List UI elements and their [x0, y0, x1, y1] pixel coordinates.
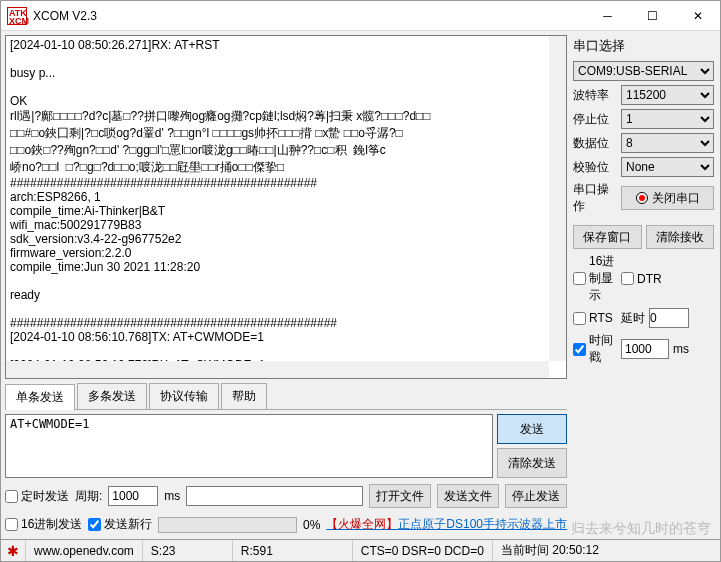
- send-input[interactable]: AT+CWMODE=1: [5, 414, 493, 478]
- timestamp-checkbox[interactable]: 时间戳: [573, 332, 617, 366]
- close-button[interactable]: ✕: [675, 1, 720, 31]
- tab-multi-send[interactable]: 多条发送: [77, 383, 147, 409]
- period-label: 周期:: [75, 488, 102, 505]
- baud-select[interactable]: 115200: [621, 85, 714, 105]
- baud-label: 波特率: [573, 87, 617, 104]
- port-select[interactable]: COM9:USB-SERIAL: [573, 61, 714, 81]
- maximize-button[interactable]: ☐: [630, 1, 675, 31]
- hex-send-checkbox[interactable]: 16进制发送: [5, 516, 82, 533]
- send-tabs: 单条发送 多条发送 协议传输 帮助: [5, 383, 567, 410]
- databit-select[interactable]: 8: [621, 133, 714, 153]
- clear-recv-button[interactable]: 清除接收: [646, 225, 715, 249]
- ms-label: ms: [164, 489, 180, 503]
- timed-send-checkbox[interactable]: 定时发送: [5, 488, 69, 505]
- receive-terminal[interactable]: [2024-01-10 08:50:26.271]RX: AT+RST busy…: [5, 35, 567, 379]
- open-file-button[interactable]: 打开文件: [369, 484, 431, 508]
- stopbit-label: 停止位: [573, 111, 617, 128]
- timestamp-input[interactable]: [621, 339, 669, 359]
- status-line: CTS=0 DSR=0 DCD=0: [352, 540, 492, 561]
- period-input[interactable]: [108, 486, 158, 506]
- parity-label: 校验位: [573, 159, 617, 176]
- rts-checkbox[interactable]: RTS: [573, 311, 617, 325]
- clear-send-button[interactable]: 清除发送: [497, 448, 567, 478]
- status-time: 当前时间 20:50:12: [492, 540, 720, 561]
- delay-label: 延时: [621, 310, 645, 327]
- scrollbar-vertical[interactable]: [549, 36, 566, 361]
- scrollbar-horizontal[interactable]: [6, 361, 549, 378]
- tab-protocol[interactable]: 协议传输: [149, 383, 219, 409]
- send-button[interactable]: 发送: [497, 414, 567, 444]
- parity-select[interactable]: None: [621, 157, 714, 177]
- window-title: XCOM V2.3: [33, 9, 97, 23]
- send-file-button[interactable]: 发送文件: [437, 484, 499, 508]
- save-window-button[interactable]: 保存窗口: [573, 225, 642, 249]
- gear-icon[interactable]: ✱: [1, 543, 25, 559]
- close-port-button[interactable]: 关闭串口: [621, 186, 714, 210]
- delay-input[interactable]: [649, 308, 689, 328]
- status-bar: ✱ www.openedv.com S:23 R:591 CTS=0 DSR=0…: [1, 539, 720, 561]
- app-logo: ATK XCM: [7, 7, 27, 25]
- dtr-checkbox[interactable]: DTR: [621, 272, 665, 286]
- progress-pct: 0%: [303, 518, 320, 532]
- progress-bar: [158, 517, 297, 533]
- hex-display-checkbox[interactable]: 16进制显示: [573, 253, 617, 304]
- status-sent: S:23: [142, 540, 232, 561]
- file-path-input[interactable]: [186, 486, 363, 506]
- databit-label: 数据位: [573, 135, 617, 152]
- tab-help[interactable]: 帮助: [221, 383, 267, 409]
- titlebar: ATK XCM XCOM V2.3 ─ ☐ ✕: [1, 1, 720, 31]
- stop-send-button[interactable]: 停止发送: [505, 484, 567, 508]
- ad-link[interactable]: 【火爆全网】正点原子DS100手持示波器上市: [326, 516, 567, 533]
- send-newline-checkbox[interactable]: 发送新行: [88, 516, 152, 533]
- ts-ms-label: ms: [673, 342, 689, 356]
- terminal-text: [2024-01-10 08:50:26.271]RX: AT+RST busy…: [10, 38, 431, 379]
- minimize-button[interactable]: ─: [585, 1, 630, 31]
- status-url[interactable]: www.openedv.com: [25, 540, 142, 561]
- status-received: R:591: [232, 540, 352, 561]
- record-icon: [636, 192, 648, 204]
- port-select-label: 串口选择: [573, 37, 714, 55]
- stopbit-select[interactable]: 1: [621, 109, 714, 129]
- tab-single-send[interactable]: 单条发送: [5, 384, 75, 410]
- port-op-label: 串口操作: [573, 181, 617, 215]
